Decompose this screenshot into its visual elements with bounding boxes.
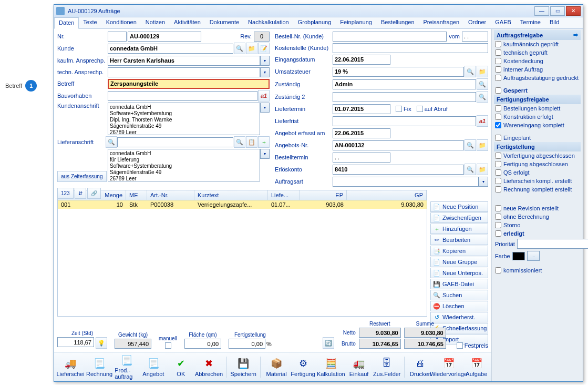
maximize-button[interactable]: ▭ <box>550 6 565 11</box>
order-window: AU-000129 Aufträge — ▭ ✕ Daten Texte Kon… <box>54 4 583 11</box>
app-icon <box>56 7 65 11</box>
minimize-button[interactable]: — <box>534 6 549 11</box>
window-title: AU-000129 Aufträge <box>68 8 534 11</box>
close-button[interactable]: ✕ <box>566 6 581 11</box>
titlebar: AU-000129 Aufträge — ▭ ✕ <box>54 5 583 11</box>
